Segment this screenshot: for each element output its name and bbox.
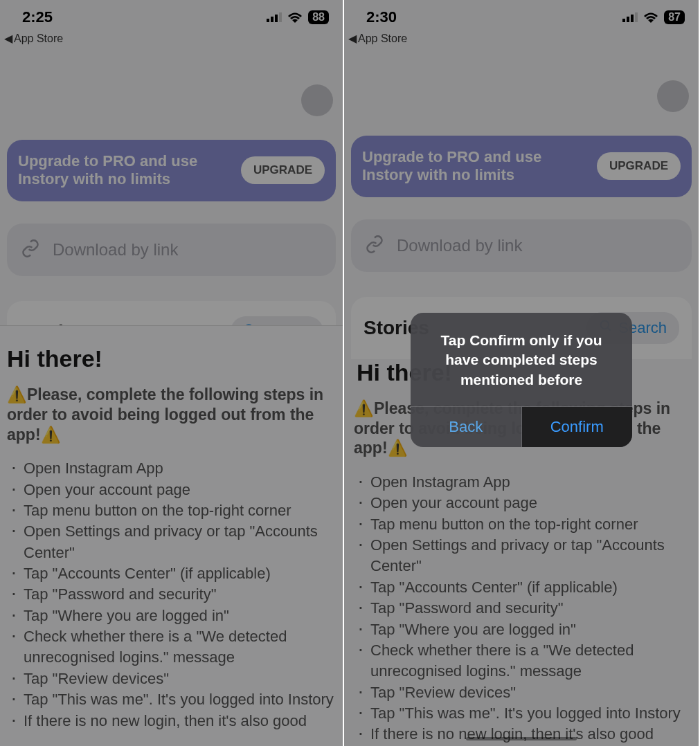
step-item: Tap menu button on the top-right corner: [354, 514, 689, 535]
svg-rect-1: [271, 17, 273, 22]
link-icon: [21, 239, 40, 261]
upgrade-button[interactable]: UPGRADE: [241, 156, 325, 184]
upgrade-text: Upgrade to PRO and use Instory with no l…: [18, 152, 233, 189]
status-icons: 87: [622, 10, 685, 24]
step-item: Tap "This was me". It's you logged into …: [354, 703, 689, 724]
app-content: Upgrade to PRO and use Instory with no l…: [0, 35, 343, 363]
back-to-appstore[interactable]: ◀ App Store: [4, 32, 63, 45]
step-item: Open Instagram App: [354, 472, 689, 493]
step-item: Open Settings and privacy or tap "Accoun…: [7, 521, 336, 563]
step-item: Open Settings and privacy or tap "Accoun…: [354, 535, 689, 577]
battery-badge: 87: [664, 10, 685, 24]
home-indicator[interactable]: [466, 737, 577, 740]
step-item: Tap "This was me". It's you logged into …: [7, 689, 336, 710]
status-icons: 88: [267, 10, 329, 24]
wifi-icon: [643, 12, 658, 23]
step-item: If there is no new login, then it's also…: [7, 711, 336, 731]
instructions-sheet: Hi there! ⚠️Please, complete the followi…: [0, 325, 343, 746]
step-item: If there is no new login, then it's also…: [354, 724, 689, 745]
wifi-icon: [287, 12, 303, 23]
svg-rect-8: [631, 15, 634, 22]
status-time: 2:25: [22, 8, 53, 26]
step-list: Open Instagram AppOpen your account page…: [354, 472, 689, 745]
step-item: Tap menu button on the top-right corner: [7, 500, 336, 521]
svg-rect-9: [635, 12, 638, 22]
alert-confirm-button[interactable]: Confirm: [522, 407, 633, 447]
svg-rect-2: [275, 15, 278, 22]
status-bar: 2:25 88: [0, 0, 343, 35]
back-label: App Store: [358, 33, 407, 45]
alert-message: Tap Confirm only if you have completed s…: [411, 313, 632, 406]
status-bar: 2:30 87: [344, 0, 699, 35]
svg-rect-6: [622, 19, 625, 22]
upgrade-banner: Upgrade to PRO and use Instory with no l…: [7, 140, 336, 201]
step-list: Open Instagram AppOpen your account page…: [7, 458, 336, 731]
upgrade-text: Upgrade to PRO and use Instory with no l…: [362, 148, 589, 185]
svg-rect-3: [279, 12, 282, 22]
step-item: Tap "Review devices": [7, 668, 336, 689]
download-label: Download by link: [53, 240, 178, 260]
alert-buttons: Back Confirm: [411, 406, 632, 447]
chevron-left-icon: ◀: [4, 32, 12, 45]
phone-left: 2:25 88 ◀ App Store Upgrade to PRO and u…: [0, 0, 344, 746]
avatar[interactable]: [301, 84, 333, 116]
step-item: Tap "Accounts Center" (if applicable): [7, 563, 336, 584]
download-by-link[interactable]: Download by link: [351, 219, 692, 272]
step-item: Open your account page: [354, 493, 689, 513]
warning-line: ⚠️Please, complete the following steps i…: [7, 385, 336, 444]
step-item: Tap "Password and security": [7, 584, 336, 605]
status-time: 2:30: [366, 8, 397, 26]
step-item: Check whether there is a "We detected un…: [354, 640, 689, 682]
svg-rect-0: [267, 19, 269, 22]
step-item: Open your account page: [7, 480, 336, 500]
step-item: Open Instagram App: [7, 458, 336, 479]
cellular-icon: [622, 12, 638, 22]
greeting: Hi there!: [7, 345, 336, 372]
phone-right: 2:30 87 ◀ App Store Upgrade to PRO and u…: [344, 0, 699, 746]
step-item: Check whether there is a "We detected un…: [7, 626, 336, 668]
upgrade-button[interactable]: UPGRADE: [597, 152, 681, 180]
svg-rect-7: [627, 17, 629, 22]
back-to-appstore[interactable]: ◀ App Store: [348, 32, 407, 45]
confirm-alert: Tap Confirm only if you have completed s…: [411, 313, 632, 447]
chevron-left-icon: ◀: [348, 32, 357, 45]
link-icon: [365, 235, 384, 257]
step-item: Tap "Where you are logged in": [7, 606, 336, 626]
alert-back-button[interactable]: Back: [411, 407, 522, 447]
back-label: App Store: [14, 33, 63, 45]
step-item: Tap "Where you are logged in": [354, 619, 689, 640]
battery-badge: 88: [308, 10, 329, 24]
download-by-link[interactable]: Download by link: [7, 224, 336, 276]
step-item: Tap "Password and security": [354, 598, 689, 619]
step-item: Tap "Accounts Center" (if applicable): [354, 577, 689, 598]
avatar[interactable]: [657, 80, 689, 112]
download-label: Download by link: [397, 236, 522, 255]
cellular-icon: [267, 12, 282, 22]
upgrade-banner: Upgrade to PRO and use Instory with no l…: [351, 136, 692, 197]
step-item: Tap "Review devices": [354, 682, 689, 703]
